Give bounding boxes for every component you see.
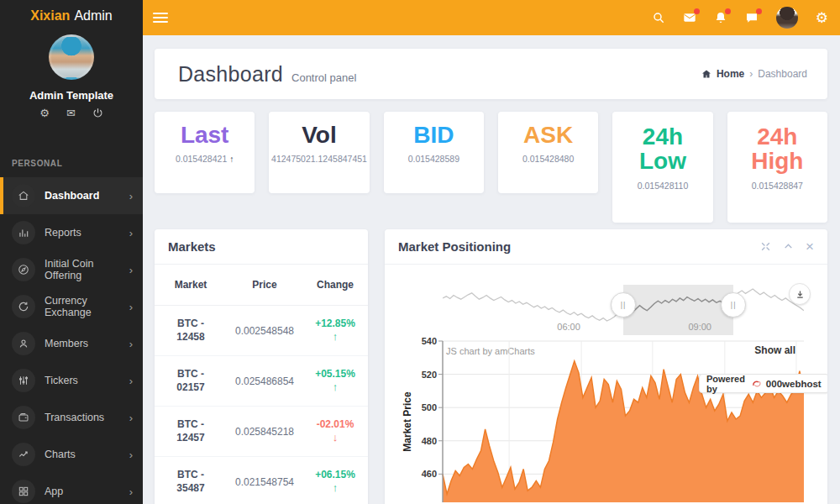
sidebar-section-label: PERSONAL [12, 159, 143, 168]
table-row[interactable]: BTC - 35487 0.021548754 +06.15%↑ [155, 457, 368, 504]
compass-icon [12, 258, 35, 281]
y-tick-label: 460 [408, 467, 437, 480]
stat-label: 24h High [747, 124, 807, 174]
powered-by-text: Powered by [706, 374, 748, 394]
change-cell: -02.01%↓ [302, 418, 368, 444]
navigator-left-handle[interactable]: || [611, 292, 636, 318]
market-positioning-title: Market Positioning [398, 239, 511, 254]
messages-icon[interactable] [683, 11, 696, 24]
collapse-icon[interactable] [783, 241, 794, 252]
sidebar-item-app[interactable]: App › [0, 473, 143, 504]
stat-label: BID [384, 123, 484, 147]
market-positioning-header: Market Positioning × [385, 229, 827, 265]
chevron-right-icon: › [129, 227, 133, 239]
markets-header: Markets [155, 229, 368, 265]
close-icon[interactable]: × [806, 241, 814, 252]
members-icon [12, 332, 35, 355]
sidebar-item-label: Dashboard [45, 190, 129, 202]
powered-by-badge[interactable]: Powered by 000webhost [699, 374, 827, 393]
table-row[interactable]: BTC - 12458 0.002548548 +12.85%↑ [155, 306, 368, 356]
sidebar-item-currency-exchange[interactable]: Currency Exchange › [0, 288, 143, 325]
user-actions: ⚙ ✉ [0, 108, 143, 121]
markets-table: Market Price Change BTC - 12458 0.002548… [155, 265, 368, 504]
navigator-right-handle[interactable]: || [721, 292, 746, 318]
sidebar-item-dashboard[interactable]: Dashboard › [0, 177, 143, 214]
breadcrumb-separator: › [749, 68, 753, 80]
market-cell: BTC - 12458 [171, 318, 211, 344]
panel-actions: × [760, 241, 814, 252]
stat-card-vol: Vol 412475021.1245847451 [269, 112, 369, 193]
user-block: Admin Template ⚙ ✉ [0, 34, 143, 121]
time-axis-label: 06:00 [557, 322, 580, 332]
notification-badge [725, 8, 731, 14]
settings-gear-icon[interactable]: ⚙ [816, 11, 828, 25]
line-chart-icon [12, 443, 35, 466]
arrow-up-icon: ↑ [333, 481, 339, 494]
mail-icon[interactable]: ✉ [66, 108, 76, 121]
search-icon[interactable] [652, 11, 665, 24]
expand-icon[interactable] [760, 241, 771, 252]
sliders-icon [12, 369, 35, 392]
stat-value: 0.015428847 [727, 181, 827, 191]
settings-icon[interactable]: ⚙ [39, 108, 50, 121]
sidebar-item-charts[interactable]: Charts › [0, 436, 143, 473]
markets-title: Markets [168, 239, 216, 254]
sidebar-item-label: Charts [45, 449, 129, 460]
arrow-up-icon: ↑ [333, 381, 339, 393]
chart-navigator[interactable]: || || 06:0009:00 [443, 285, 804, 337]
y-tick-label: 480 [408, 434, 437, 448]
chevron-right-icon: › [129, 301, 133, 313]
y-tick-label: 540 [408, 334, 437, 348]
price-cell: 0.021548754 [227, 476, 302, 488]
page-title: Dashboard [178, 62, 283, 87]
menu-toggle-button[interactable] [153, 10, 168, 25]
sidebar-item-tickers[interactable]: Tickers › [0, 362, 143, 399]
sidebar-item-label: Currency Exchange [45, 295, 129, 318]
sidebar-item-label: App [45, 486, 129, 497]
notifications-bell-icon[interactable] [714, 11, 727, 24]
download-button[interactable] [789, 283, 811, 305]
market-positioning-panel: Market Positioning × [385, 229, 827, 504]
sidebar-item-initial-coin-offering[interactable]: Initial Coin Offering › [0, 251, 143, 288]
y-tick-label: 500 [408, 401, 437, 414]
arrow-up-icon: ↑ [333, 330, 339, 343]
table-row[interactable]: BTC - 12457 0.025845218 -02.01%↓ [155, 407, 368, 457]
table-row[interactable]: BTC - 02157 0.025486854 +05.15%↑ [155, 356, 368, 407]
change-cell: +05.15%↑ [302, 368, 368, 394]
sidebar-item-label: Members [45, 338, 129, 349]
app-logo[interactable]: Xixian Admin [0, 0, 143, 32]
stat-label: ASK [498, 123, 598, 147]
webhost-logo-icon [752, 378, 762, 389]
panels-row: Markets Market Price Change BTC - 12458 … [155, 229, 827, 504]
sidebar-item-transactions[interactable]: Transactions › [0, 399, 143, 436]
stat-value: 0.015428110 [612, 181, 712, 191]
chat-icon[interactable] [745, 11, 759, 24]
topbar: ⚙ [143, 0, 840, 35]
main-content: Dashboard Control panel Home › Dashboard… [143, 35, 840, 504]
stat-card-bid: BID 0.015428589 [384, 112, 484, 193]
breadcrumb-current: Dashboard [758, 68, 807, 80]
col-market: Market [155, 279, 227, 291]
price-cell: 0.002548548 [227, 325, 302, 337]
power-icon[interactable] [92, 108, 103, 121]
page-header: Dashboard Control panel Home › Dashboard [155, 49, 827, 99]
sidebar: Xixian Admin Admin Template ⚙ ✉ PERSONAL… [0, 0, 143, 504]
sidebar-item-label: Reports [45, 227, 129, 239]
sidebar-item-label: Transactions [45, 412, 129, 423]
market-cell: BTC - 35487 [171, 469, 211, 495]
breadcrumb-home-link[interactable]: Home [717, 68, 744, 80]
market-cell: BTC - 12457 [171, 418, 211, 444]
chevron-right-icon: › [129, 412, 133, 424]
market-cell: BTC - 02157 [171, 368, 211, 394]
user-avatar[interactable] [49, 34, 94, 80]
col-change: Change [302, 279, 368, 291]
stat-card-24h-low: 24h Low 0.015428110 [612, 112, 712, 223]
markets-panel: Markets Market Price Change BTC - 12458 … [155, 229, 368, 504]
sidebar-item-members[interactable]: Members › [0, 325, 143, 362]
refresh-icon [12, 295, 35, 318]
topbar-avatar[interactable] [776, 7, 798, 29]
sidebar-item-reports[interactable]: Reports › [0, 214, 143, 251]
time-axis-label: 09:00 [688, 322, 711, 332]
page-subtitle: Control panel [291, 71, 356, 84]
stat-value: 412475021.1245847451 [269, 154, 369, 164]
